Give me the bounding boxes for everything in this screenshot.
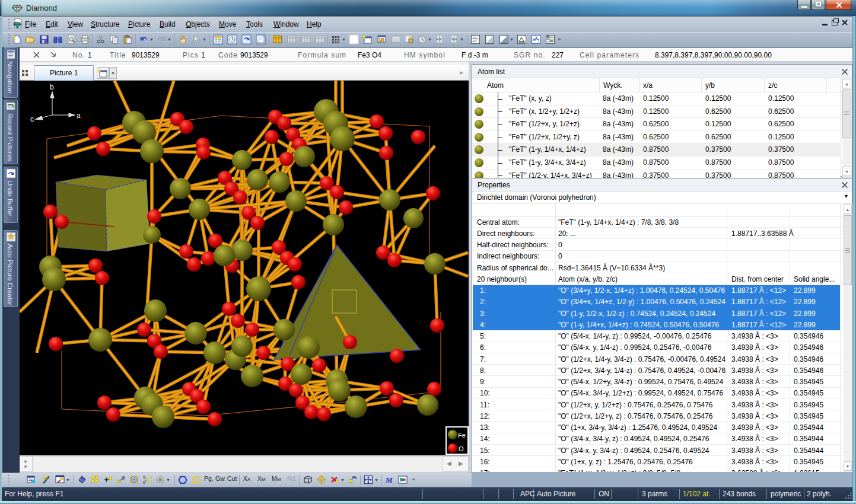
svg-text:a: a	[77, 111, 81, 120]
svg-text:b: b	[50, 83, 54, 91]
svg-text:Fe: Fe	[352, 476, 357, 480]
svg-text:Fe: Fe	[458, 432, 466, 439]
svg-text:O: O	[459, 445, 464, 452]
svg-text:M: M	[385, 476, 393, 484]
svg-text:c: c	[30, 115, 34, 123]
